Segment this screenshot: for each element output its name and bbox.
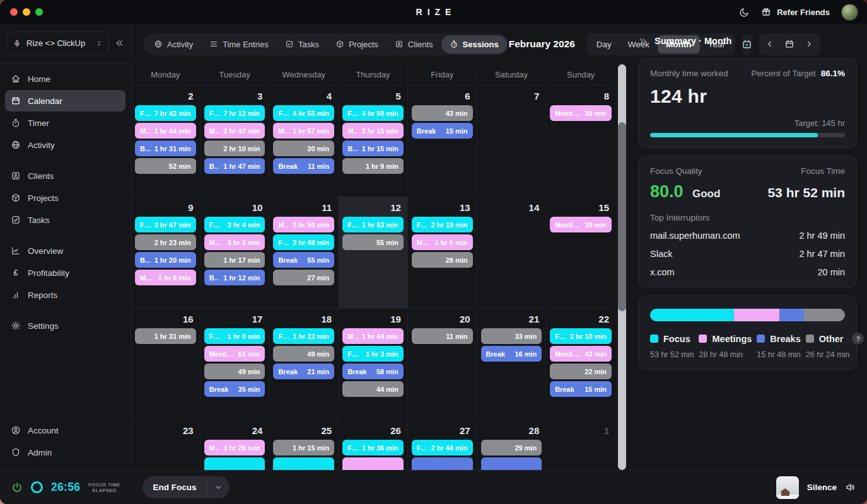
event-pill-focus[interactable]: Fo…1 hr 36 min <box>342 440 404 455</box>
event-pill-meeting[interactable]: Me…1 hr 0 min <box>412 234 473 250</box>
event-pill-other[interactable]: 52 min <box>135 158 196 174</box>
event-pill-other[interactable]: 2 hr 10 min <box>204 140 265 156</box>
event-pill-focus[interactable]: Foc…1 hr 0 min <box>204 328 265 344</box>
sidebar-item-settings[interactable]: Settings <box>5 315 125 336</box>
event-pill-focus[interactable]: Fo…7 hr 12 min <box>204 105 265 121</box>
sidebar-item-overview[interactable]: Overview <box>5 240 125 261</box>
sidebar-item-reports[interactable]: Reports <box>5 284 125 306</box>
calendar-day-cell[interactable]: 14 <box>477 197 547 308</box>
event-pill-other[interactable]: 30 min <box>273 140 334 156</box>
calendar-day-cell[interactable]: 251 hr 15 min <box>269 420 339 470</box>
sidebar-item-tasks[interactable]: Tasks <box>5 209 125 231</box>
calendar-day-cell[interactable]: 17Foc…1 hr 0 minMeeti…51 min49 minBreak3… <box>201 309 270 420</box>
sidebar-item-home[interactable]: Home <box>5 68 125 89</box>
workspace-selector[interactable]: Rize <> ClickUp <box>6 32 109 55</box>
event-pill-other[interactable]: 33 min <box>481 328 542 344</box>
collapse-sidebar-button[interactable] <box>115 38 124 48</box>
event-pill-other[interactable]: 28 min <box>412 252 473 268</box>
calendar-day-cell[interactable]: 10Foc…3 hr 4 minMe…3 hr 3 min1 hr 17 min… <box>201 197 270 308</box>
calendar-day-cell[interactable]: 4Fo…4 hr 55 minM…1 hr 57 min30 minBreak1… <box>269 86 339 197</box>
event-pill-focus[interactable]: Fo…1 hr 22 min <box>273 328 334 344</box>
event-pill-focus[interactable] <box>204 457 265 470</box>
event-pill-focus[interactable]: Foc…1 hr 3 min <box>342 346 404 362</box>
tab-tasks[interactable]: Tasks <box>277 35 327 54</box>
event-pill-meeting[interactable]: M…2 hr 47 min <box>204 123 265 139</box>
event-pill-break[interactable]: Br…1 hr 15 min <box>342 140 404 156</box>
event-pill-meeting[interactable]: M…1 hr 44 min <box>342 328 404 344</box>
event-pill-other[interactable]: 29 min <box>481 440 542 455</box>
event-pill-other[interactable]: 44 min <box>342 381 404 397</box>
tab-clients[interactable]: Clients <box>387 35 441 54</box>
sidebar-item-account[interactable]: Account <box>5 420 125 441</box>
sidebar-item-timer[interactable]: Timer <box>5 112 125 134</box>
calendar-day-cell[interactable]: 2Fo…7 hr 42 minM…1 hr 44 minBr…1 hr 31 m… <box>131 86 201 197</box>
event-pill-break[interactable]: Break55 min <box>273 252 334 268</box>
calendar-day-cell[interactable]: 22F…2 hr 10 minMeeti…43 min22 minBreak15… <box>546 309 615 420</box>
calendar-day-cell[interactable]: 2011 min <box>408 309 477 420</box>
speaker-icon[interactable] <box>845 482 856 493</box>
calendar-day-cell[interactable]: 18Fo…1 hr 22 min49 minBreak21 min <box>269 309 339 420</box>
event-pill-focus[interactable]: Fo…2 hr 44 min <box>412 440 473 455</box>
help-icon[interactable]: ? <box>852 333 864 345</box>
sidebar-item-projects[interactable]: Projects <box>5 187 125 209</box>
end-focus-button[interactable]: End Focus <box>143 483 207 492</box>
calendar-day-cell[interactable]: 643 minBreak15 min <box>408 86 477 197</box>
user-avatar[interactable] <box>841 4 858 21</box>
event-pill-break[interactable]: Br…1 hr 20 min <box>135 252 196 268</box>
event-pill-other[interactable]: 43 min <box>412 105 473 121</box>
event-pill-break[interactable]: Break15 min <box>412 123 473 139</box>
event-pill-other[interactable]: 1 hr 15 min <box>273 440 334 455</box>
event-pill-meeting[interactable]: M…3 hr 28 min <box>204 440 265 455</box>
event-pill-other[interactable]: 49 min <box>273 346 334 362</box>
event-pill-meeting[interactable]: Me…1 hr 8 min <box>135 270 196 285</box>
soundscape-name[interactable]: Silence <box>807 483 837 492</box>
calendar-day-cell[interactable]: 23 <box>131 420 201 470</box>
calendar-day-cell[interactable]: 27Fo…2 hr 44 min <box>408 420 477 470</box>
power-icon[interactable] <box>11 482 23 493</box>
event-pill-break[interactable] <box>412 457 473 470</box>
event-pill-other[interactable]: 2 hr 23 min <box>135 234 196 250</box>
event-pill-break[interactable]: Break58 min <box>342 364 404 379</box>
event-pill-break[interactable]: Break16 min <box>481 346 542 362</box>
end-focus-options-button[interactable] <box>208 476 230 498</box>
event-pill-meeting[interactable]: Meeti…51 min <box>204 346 265 362</box>
event-pill-meeting[interactable]: Me…3 hr 3 min <box>204 234 265 250</box>
calendar-day-cell[interactable]: 12Fo…1 hr 53 min55 min <box>339 197 408 308</box>
event-pill-focus[interactable]: Fo…3 hr 48 min <box>273 234 334 250</box>
event-pill-break[interactable] <box>481 457 542 470</box>
calendar-day-cell[interactable]: 2829 min <box>477 420 547 470</box>
calendar-day-cell[interactable]: 11M…3 hr 50 minFo…3 hr 48 minBreak55 min… <box>269 197 339 308</box>
calendar-day-cell[interactable]: 5Fo…4 hr 59 minM…2 hr 15 minBr…1 hr 15 m… <box>339 86 408 197</box>
event-pill-meeting[interactable] <box>342 457 404 470</box>
dark-mode-toggle[interactable] <box>739 7 750 18</box>
event-pill-break[interactable]: Break21 min <box>273 364 334 379</box>
calendar-day-cell[interactable]: 161 hr 31 min <box>131 309 201 420</box>
tab-activity[interactable]: Activity <box>146 35 201 54</box>
event-pill-break[interactable]: Break15 min <box>550 381 612 397</box>
event-pill-meeting[interactable]: M…3 hr 50 min <box>273 217 334 232</box>
calendar-day-cell[interactable]: 15Meeti…39 min <box>546 197 615 308</box>
calendar-day-cell[interactable]: 19M…1 hr 44 minFoc…1 hr 3 minBreak58 min… <box>339 309 408 420</box>
calendar-day-cell[interactable]: 24M…3 hr 28 min <box>201 420 270 470</box>
calendar-day-cell[interactable]: 2133 minBreak16 min <box>477 309 547 420</box>
event-pill-other[interactable]: 1 hr 17 min <box>204 252 265 268</box>
calendar-day-cell[interactable]: 3Fo…7 hr 12 minM…2 hr 47 min2 hr 10 minB… <box>201 86 270 197</box>
collapse-panel-button[interactable] <box>638 37 648 46</box>
scrollbar-thumb[interactable] <box>618 122 626 311</box>
event-pill-other[interactable]: 1 hr 9 min <box>342 158 404 174</box>
event-pill-other[interactable]: 11 min <box>412 328 473 344</box>
calendar-day-cell[interactable]: 26Fo…1 hr 36 min <box>339 420 408 470</box>
calendar-day-cell[interactable]: 9Fo…3 hr 47 min2 hr 23 minBr…1 hr 20 min… <box>131 197 201 308</box>
event-pill-meeting[interactable]: Meeti…39 min <box>550 217 612 232</box>
tab-sessions[interactable]: Sessions <box>441 35 507 54</box>
event-pill-other[interactable]: 49 min <box>204 364 265 379</box>
event-pill-focus[interactable]: F…2 hr 10 min <box>550 328 612 344</box>
event-pill-focus[interactable]: Foc…3 hr 4 min <box>204 217 265 232</box>
event-pill-meeting[interactable]: Meeti…39 min <box>550 105 612 121</box>
event-pill-break[interactable]: Br…1 hr 31 min <box>135 140 196 156</box>
view-day[interactable]: Day <box>588 35 620 54</box>
event-pill-break[interactable]: Break11 min <box>273 158 334 174</box>
event-pill-focus[interactable]: Fo…7 hr 42 min <box>135 105 196 121</box>
sidebar-item-profitability[interactable]: £Profitability <box>5 262 125 284</box>
event-pill-focus[interactable]: Fo…3 hr 47 min <box>135 217 196 232</box>
